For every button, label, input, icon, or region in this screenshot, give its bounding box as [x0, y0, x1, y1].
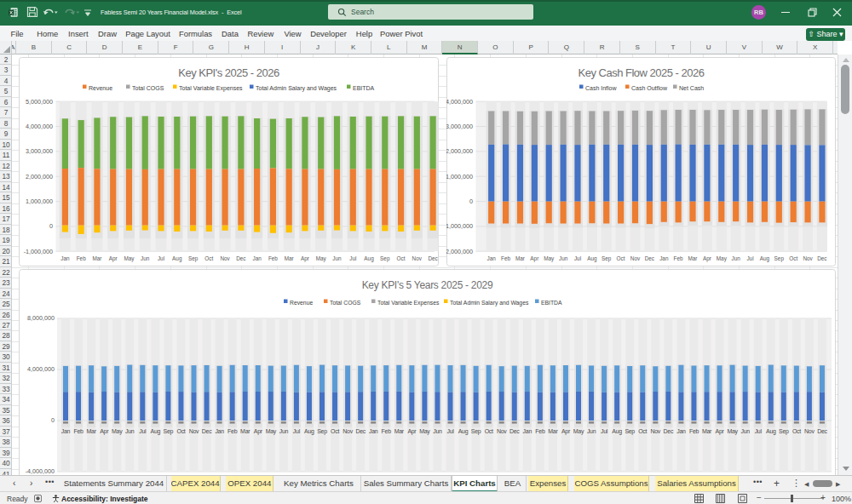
svg-text:EBITDA: EBITDA — [353, 85, 375, 91]
svg-text:Total COGS: Total COGS — [330, 300, 361, 306]
svg-text:Jun: Jun — [332, 255, 342, 261]
svg-text:Sep: Sep — [164, 428, 174, 435]
svg-text:Oct: Oct — [177, 428, 186, 434]
svg-text:Nov: Nov — [803, 255, 813, 261]
svg-text:Feb: Feb — [535, 428, 545, 434]
svg-text:Feb: Feb — [77, 255, 86, 261]
svg-text:Mar: Mar — [688, 255, 698, 261]
svg-text:5,000,000: 5,000,000 — [26, 98, 53, 106]
svg-text:-2,000,000: -2,000,000 — [446, 248, 473, 255]
svg-text:May: May — [266, 428, 277, 435]
svg-text:Jan: Jan — [676, 428, 686, 434]
svg-text:May: May — [124, 255, 135, 262]
svg-text:Jan: Jan — [252, 255, 262, 261]
svg-text:Jan: Jan — [487, 255, 497, 261]
svg-text:Aug: Aug — [364, 255, 374, 262]
svg-text:Sep: Sep — [602, 255, 612, 262]
svg-text:Sep: Sep — [471, 428, 481, 435]
svg-text:Jan: Jan — [523, 428, 532, 434]
svg-text:Feb: Feb — [382, 428, 392, 434]
svg-text:4,000,000: 4,000,000 — [26, 123, 53, 130]
svg-text:Apr: Apr — [254, 428, 263, 435]
svg-text:May: May — [112, 428, 123, 435]
svg-text:Total Admin Salary and Wages: Total Admin Salary and Wages — [256, 85, 337, 92]
svg-text:Nov: Nov — [630, 255, 641, 261]
svg-text:Dec: Dec — [509, 428, 520, 434]
svg-text:0: 0 — [51, 416, 55, 424]
svg-text:3,000,000: 3,000,000 — [26, 147, 53, 155]
svg-text:Total Variable Expenses: Total Variable Expenses — [179, 85, 243, 92]
svg-text:Oct: Oct — [789, 255, 797, 261]
svg-text:Jan: Jan — [369, 428, 378, 434]
svg-text:Aug: Aug — [760, 255, 770, 262]
svg-text:Dec: Dec — [236, 255, 246, 261]
svg-text:May: May — [717, 255, 728, 262]
svg-text:Jul: Jul — [293, 428, 301, 434]
svg-text:Aug: Aug — [766, 428, 776, 435]
svg-text:Dec: Dec — [202, 428, 212, 434]
svg-text:Jan: Jan — [215, 428, 224, 434]
svg-text:2,000,000: 2,000,000 — [446, 147, 473, 155]
svg-text:Nov: Nov — [497, 428, 507, 434]
svg-text:Apr: Apr — [703, 255, 712, 262]
svg-text:Dec: Dec — [817, 428, 827, 434]
svg-text:Revenue: Revenue — [89, 85, 112, 91]
svg-text:Aug: Aug — [587, 255, 597, 262]
svg-text:May: May — [573, 428, 584, 435]
svg-text:Aug: Aug — [304, 428, 314, 435]
svg-text:Jun: Jun — [433, 428, 442, 434]
svg-text:Sep: Sep — [317, 428, 327, 435]
svg-text:Oct: Oct — [617, 255, 625, 261]
svg-text:Net Cash: Net Cash — [679, 85, 704, 91]
svg-text:Oct: Oct — [204, 255, 213, 261]
svg-text:Apr: Apr — [716, 428, 725, 435]
svg-text:Key KPI's 2025 - 2026: Key KPI's 2025 - 2026 — [178, 66, 279, 79]
svg-text:Nov: Nov — [343, 428, 353, 434]
svg-text:Apr: Apr — [407, 428, 417, 435]
svg-text:Sep: Sep — [188, 255, 199, 262]
svg-text:Jun: Jun — [732, 255, 741, 261]
svg-text:Sep: Sep — [625, 428, 635, 435]
svg-text:Aug: Aug — [612, 428, 622, 435]
svg-text:Jun: Jun — [279, 428, 289, 434]
svg-text:4,000,000: 4,000,000 — [27, 365, 55, 373]
svg-text:May: May — [419, 428, 430, 435]
svg-text:3,000,000: 3,000,000 — [446, 123, 473, 130]
svg-text:Oct: Oct — [397, 255, 406, 261]
svg-text:Jul: Jul — [755, 428, 763, 434]
svg-text:Mar: Mar — [87, 428, 97, 434]
svg-text:Revenue: Revenue — [290, 300, 313, 306]
svg-text:Total COGS: Total COGS — [132, 85, 164, 91]
svg-text:Jul: Jul — [446, 428, 454, 434]
svg-text:Apr: Apr — [530, 255, 539, 262]
svg-text:4,000,000: 4,000,000 — [446, 98, 473, 106]
svg-text:Sep: Sep — [380, 255, 390, 262]
svg-text:Nov: Nov — [412, 255, 423, 261]
svg-text:Apr: Apr — [100, 428, 109, 435]
svg-text:Dec: Dec — [817, 255, 827, 261]
svg-text:Total Variable Expenses: Total Variable Expenses — [377, 300, 440, 306]
svg-text:Jul: Jul — [158, 255, 164, 261]
svg-text:Mar: Mar — [394, 428, 405, 434]
svg-text:2,000,000: 2,000,000 — [26, 173, 53, 180]
svg-text:Jul: Jul — [746, 255, 753, 261]
svg-text:Oct: Oct — [638, 428, 647, 434]
svg-text:Apr: Apr — [109, 255, 118, 262]
svg-text:Cash Inflow: Cash Inflow — [585, 85, 618, 91]
svg-text:Aug: Aug — [458, 428, 469, 435]
svg-text:Sep: Sep — [779, 428, 789, 435]
svg-text:Jul: Jul — [349, 255, 356, 261]
svg-text:Apr: Apr — [301, 255, 310, 262]
svg-text:Jan: Jan — [60, 255, 70, 261]
svg-text:Sep: Sep — [774, 255, 785, 262]
svg-text:Feb: Feb — [227, 428, 238, 434]
svg-text:Mar: Mar — [515, 255, 526, 261]
svg-text:Mar: Mar — [702, 428, 712, 434]
svg-text:EBITDA: EBITDA — [541, 300, 562, 306]
svg-text:Dec: Dec — [645, 255, 655, 261]
svg-text:Jan: Jan — [659, 255, 669, 261]
svg-text:Mar: Mar — [548, 428, 558, 434]
svg-text:0: 0 — [469, 198, 473, 205]
svg-text:Nov: Nov — [651, 428, 661, 434]
svg-text:-4,000,000: -4,000,000 — [26, 467, 55, 475]
